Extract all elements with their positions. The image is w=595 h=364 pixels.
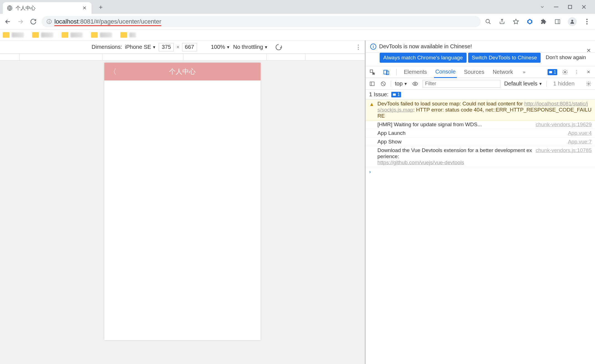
- log-source[interactable]: App.vue:7: [568, 139, 592, 145]
- console-warning-row[interactable]: ▲ DevTools failed to load source map: Co…: [366, 100, 595, 120]
- bookmark-item[interactable]: [91, 32, 112, 38]
- device-frame[interactable]: 〈 个人中心: [104, 63, 261, 340]
- more-tabs-icon[interactable]: »: [520, 68, 528, 76]
- hidden-count[interactable]: 1 hidden: [553, 80, 575, 87]
- chevron-down-icon[interactable]: [539, 4, 545, 10]
- blank-icon: [369, 130, 375, 136]
- device-toolbar: Dimensions: iPhone SE▼ × 100%▼ No thrott…: [0, 41, 365, 54]
- bookmark-item[interactable]: [62, 32, 83, 38]
- extension-a-icon[interactable]: [526, 18, 533, 25]
- device-toggle-icon[interactable]: [382, 68, 390, 76]
- devtools-pane: i DevTools is now available in Chinese! …: [366, 41, 595, 364]
- tab-sources[interactable]: Sources: [463, 67, 485, 77]
- blank-icon: [369, 122, 375, 128]
- svg-rect-12: [549, 71, 552, 73]
- console-settings-icon[interactable]: [585, 80, 592, 87]
- devtools-menu-icon[interactable]: ⋮: [573, 68, 581, 76]
- zoom-select[interactable]: 100%▼: [211, 44, 230, 50]
- separator: [391, 81, 391, 87]
- close-icon[interactable]: ✕: [586, 47, 591, 54]
- tab-console[interactable]: Console: [434, 66, 457, 78]
- url-text: localhost:8081/#/pages/ucenter/ucenter: [54, 18, 161, 25]
- dismiss-button[interactable]: Don't show again: [542, 53, 589, 63]
- bookmark-star-icon[interactable]: [512, 18, 520, 25]
- console-log-row[interactable]: App Show App.vue:7: [366, 138, 595, 146]
- site-info-icon[interactable]: ⓘ: [47, 18, 52, 25]
- profile-avatar[interactable]: [568, 17, 577, 26]
- blank-icon: [369, 139, 375, 145]
- console-log-row[interactable]: Download the Vue Devtools extension for …: [366, 146, 595, 167]
- devtools-close-icon[interactable]: ✕: [584, 68, 592, 76]
- svg-rect-14: [370, 82, 374, 85]
- tab-network[interactable]: Network: [491, 67, 514, 77]
- bookmark-item[interactable]: [3, 32, 24, 38]
- devtools-infobar: i DevTools is now available in Chinese! …: [366, 41, 595, 53]
- live-expression-icon[interactable]: [412, 80, 419, 87]
- svg-rect-2: [568, 5, 572, 9]
- clear-console-icon[interactable]: [380, 80, 387, 87]
- tab-bar: 个人中心 ✕ +: [0, 0, 595, 14]
- reload-button[interactable]: [29, 17, 38, 26]
- throttling-select[interactable]: No throttling▼: [233, 44, 268, 50]
- close-window-icon[interactable]: [581, 4, 587, 10]
- issues-indicator[interactable]: 1: [548, 69, 557, 75]
- menu-kebab-icon[interactable]: [583, 18, 591, 25]
- app-header: 〈 个人中心: [104, 63, 261, 80]
- log-source[interactable]: chunk-vendors.js:10785: [536, 147, 592, 166]
- always-match-button[interactable]: Always match Chrome's language: [380, 53, 467, 63]
- issues-row[interactable]: 1 Issue: 1: [366, 90, 595, 100]
- svg-rect-1: [554, 7, 558, 7]
- url-input[interactable]: ⓘ localhost:8081/#/pages/ucenter/ucenter: [42, 16, 481, 27]
- sidebar-toggle-icon[interactable]: [369, 80, 376, 87]
- switch-language-button[interactable]: Switch DevTools to Chinese: [468, 53, 541, 63]
- bookmark-label: [12, 32, 24, 37]
- inspect-element-icon[interactable]: [369, 68, 376, 76]
- new-tab-button[interactable]: +: [95, 1, 106, 14]
- blank-icon: [369, 147, 375, 166]
- console-log-row[interactable]: App Launch App.vue:4: [366, 129, 595, 138]
- height-input[interactable]: [182, 43, 197, 51]
- extensions-icon[interactable]: [540, 18, 547, 25]
- svg-point-6: [586, 19, 588, 20]
- back-button[interactable]: [3, 17, 12, 26]
- log-message: [HMR] Waiting for update signal from WDS…: [377, 122, 533, 128]
- bookmark-item[interactable]: [32, 32, 53, 38]
- folder-icon: [32, 32, 39, 38]
- browser-tab[interactable]: 个人中心 ✕: [3, 2, 92, 14]
- rotate-icon[interactable]: [275, 43, 283, 51]
- device-toolbar-menu-icon[interactable]: ⋮: [355, 44, 361, 51]
- minimize-icon[interactable]: [553, 4, 559, 10]
- svg-point-13: [564, 71, 566, 73]
- sidepanel-icon[interactable]: [554, 18, 561, 25]
- svg-rect-18: [393, 93, 396, 95]
- log-message: App Launch: [377, 130, 565, 136]
- globe-icon: [7, 5, 13, 11]
- devtools-tabbar: Elements Console Sources Network » 1 ⋮ ✕: [366, 66, 595, 78]
- settings-gear-icon[interactable]: [561, 68, 569, 76]
- filter-input[interactable]: [423, 80, 500, 88]
- tab-close-icon[interactable]: ✕: [81, 4, 88, 12]
- width-input[interactable]: [159, 43, 174, 51]
- share-icon[interactable]: [498, 18, 506, 25]
- tab-elements[interactable]: Elements: [403, 67, 428, 77]
- separator: [396, 69, 397, 75]
- svg-point-16: [414, 83, 416, 85]
- console-log-row[interactable]: [HMR] Waiting for update signal from WDS…: [366, 120, 595, 129]
- log-levels-select[interactable]: Default levels ▼: [504, 80, 543, 87]
- bookmark-item[interactable]: [120, 32, 136, 38]
- forward-button[interactable]: [16, 17, 25, 26]
- folder-icon: [62, 32, 68, 38]
- dimensions-label: Dimensions:: [92, 44, 122, 50]
- app-title: 个人中心: [169, 67, 196, 76]
- console-prompt[interactable]: ›: [366, 167, 595, 176]
- dimension-x: ×: [177, 45, 179, 50]
- bookmark-label: [70, 32, 83, 37]
- back-icon[interactable]: 〈: [109, 67, 117, 77]
- context-select[interactable]: top ▼: [395, 80, 408, 87]
- maximize-icon[interactable]: [567, 4, 573, 10]
- folder-icon: [3, 32, 9, 38]
- log-source[interactable]: chunk-vendors.js:19629: [536, 122, 592, 128]
- log-source[interactable]: App.vue:4: [568, 130, 592, 136]
- zoom-icon[interactable]: [485, 18, 492, 25]
- device-select[interactable]: iPhone SE▼: [125, 44, 156, 50]
